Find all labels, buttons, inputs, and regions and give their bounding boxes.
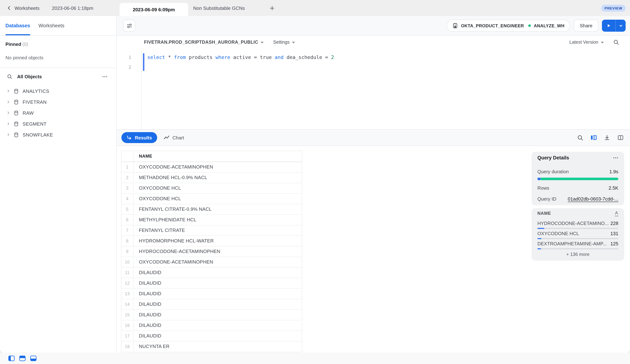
results-toolbar: Results Chart [117,129,630,146]
sql-code-line: select * from products where active = tr… [147,52,630,62]
name-cell[interactable]: DILAUDID [134,268,161,278]
caret-down-icon [292,41,295,44]
results-search-button[interactable] [576,134,584,141]
name-cell[interactable]: HYDROMORPHONE HCL-WATER [134,236,214,246]
name-cell[interactable]: DILAUDID [134,278,161,288]
sidebar-tab-databases[interactable]: Databases [6,16,30,35]
column-stats-list: HYDROCODONE-ACETAMINO...228OXYCODONE HCL… [538,220,618,249]
database-icon [14,99,19,105]
name-cell[interactable]: HYDROCODONE-ACETAMINOPHEN [134,246,220,257]
name-cell[interactable]: OXYCODONE-ACETAMINOPHEN [134,257,213,267]
editor-format-options-button[interactable] [123,20,135,32]
chevron-right-icon[interactable] [6,111,10,115]
table-row[interactable]: 16DILAUDID [122,320,302,331]
chevron-right-icon[interactable] [6,89,10,93]
row-number: 2 [122,173,134,183]
query-id-link[interactable]: 01ad02db-0603-7cdd-... [568,196,618,201]
query-id-label: Query ID [538,196,556,201]
new-worksheet-button[interactable] [268,4,276,12]
back-to-worksheets[interactable]: Worksheets [6,5,40,11]
sliders-icon [126,23,132,28]
name-cell[interactable]: DILAUDID [134,331,161,341]
table-row[interactable]: 3OXYCODONE HCL [122,183,302,194]
caret-down-icon [601,41,604,44]
name-cell[interactable]: METHADONE HCL-0.9% NACL [134,173,207,183]
download-results-button[interactable] [604,134,611,141]
split-view-button[interactable] [617,134,624,141]
table-row[interactable]: 8HYDROMORPHONE HCL-WATER [122,236,302,246]
role-warehouse-selector[interactable]: OKTA_PRODUCT_ENGINEER ANALYZE_WH [447,20,570,32]
columns-panel-button[interactable] [590,134,597,141]
table-row[interactable]: 18NUCYNTA ER [122,342,302,352]
duration-segment-compile [538,178,541,180]
name-cell[interactable]: DILAUDID [134,320,161,331]
table-row[interactable]: 15DILAUDID [122,310,302,320]
all-objects-menu-icon[interactable] [102,74,108,79]
column-stat-item[interactable]: OXYCODONE HCL131 [538,230,618,239]
database-tree-item[interactable]: RAW [0,107,116,118]
name-cell[interactable]: OXYCODONE-ACETAMINOPHEN [134,162,213,172]
name-cell[interactable]: DILAUDID [134,310,161,320]
tab-chart[interactable]: Chart [164,135,184,141]
chevron-right-icon[interactable] [6,133,10,137]
tab-results[interactable]: Results [122,132,157,143]
editor-search-button[interactable] [613,39,619,45]
stat-bar-fill [538,228,544,229]
name-cell[interactable]: NUCYNTA ER [134,342,170,352]
share-button[interactable]: Share [574,20,598,32]
layout-status-bar [0,353,630,364]
sql-editor[interactable]: 12 select * from products where active =… [117,49,630,129]
table-row[interactable]: 9HYDROCODONE-ACETAMINOPHEN [122,246,302,257]
row-number: 5 [122,204,134,214]
toggle-results-panel-button[interactable] [30,356,36,361]
table-row[interactable]: 5FENTANYL CITRATE-0.9% NACL [122,204,302,215]
sidebar-tab-worksheets[interactable]: Worksheets [38,16,64,35]
database-tree-item[interactable]: SNOWFLAKE [0,129,116,140]
name-column-header[interactable]: NAME [134,151,152,162]
worksheet-tab[interactable]: 2023-06-06 1:18pm [52,5,93,11]
table-row[interactable]: 11DILAUDID [122,268,302,278]
name-cell[interactable]: DILAUDID [134,299,161,309]
worksheet-tab[interactable]: Non Substitutable GCNs [193,5,245,11]
chevron-right-icon[interactable] [6,122,10,126]
table-row[interactable]: 17DILAUDID [122,331,302,342]
search-icon[interactable] [7,74,12,79]
code-area[interactable]: select * from products where active = tr… [142,49,630,129]
run-button[interactable] [602,20,616,32]
worksheet-tab-bar: Worksheets 2023-06-06 1:18pm 2023-06-09 … [0,0,630,16]
version-dropdown[interactable]: Latest Version [570,40,604,45]
table-row[interactable]: 1OXYCODONE-ACETAMINOPHEN [122,162,302,173]
database-schema-selector[interactable]: FIVETRAN.PROD_SCRIPTDASH_AURORA_PUBLIC [144,40,264,45]
name-cell[interactable]: FENTANYL CITRATE [134,225,185,235]
results-table[interactable]: NAME1OXYCODONE-ACETAMINOPHEN2METHADONE H… [121,151,302,352]
column-stat-item[interactable]: DEXTROAMPHETAMINE-AMP...125 [538,240,618,249]
stat-value-count: 228 [610,220,618,226]
toggle-editor-panel-button[interactable] [19,356,26,361]
table-row[interactable]: 13DILAUDID [122,289,302,299]
database-tree-item[interactable]: ANALYTICS [0,86,116,96]
table-row[interactable]: 2METHADONE HCL-0.9% NACL [122,173,302,183]
column-stat-item[interactable]: HYDROCODONE-ACETAMINO...228 [538,220,618,229]
table-row[interactable]: 6METHYLPHENIDATE HCL [122,215,302,225]
table-row[interactable]: 10OXYCODONE-ACETAMINOPHEN [122,257,302,268]
table-row[interactable]: 4OXYCODONE HCL [122,194,302,204]
settings-dropdown[interactable]: Settings [273,40,295,45]
database-tree-item[interactable]: FIVETRAN [0,96,116,107]
table-row[interactable]: 12DILAUDID [122,278,302,289]
name-cell[interactable]: METHYLPHENIDATE HCL [134,215,196,225]
run-options-button[interactable] [616,20,626,32]
chevron-right-icon[interactable] [6,100,10,104]
table-row[interactable]: 7FENTANYL CITRATE [122,225,302,236]
name-cell[interactable]: OXYCODONE HCL [134,183,181,193]
name-cell[interactable]: DILAUDID [134,289,161,299]
query-details-menu-icon[interactable] [613,155,618,160]
sort-alpha-icon[interactable]: A [615,210,618,216]
warehouse-name: ANALYZE_WH [534,23,564,28]
database-tree-item[interactable]: SEGMENT [0,118,116,129]
table-row[interactable]: 14DILAUDID [122,299,302,310]
name-cell[interactable]: OXYCODONE HCL [134,194,181,204]
toggle-sidebar-panel-button[interactable] [8,356,14,361]
more-values-link[interactable]: + 136 more [538,252,618,257]
name-cell[interactable]: FENTANYL CITRATE-0.9% NACL [134,204,212,214]
worksheet-tab-active[interactable]: 2023-06-09 6:09pm [120,3,188,16]
